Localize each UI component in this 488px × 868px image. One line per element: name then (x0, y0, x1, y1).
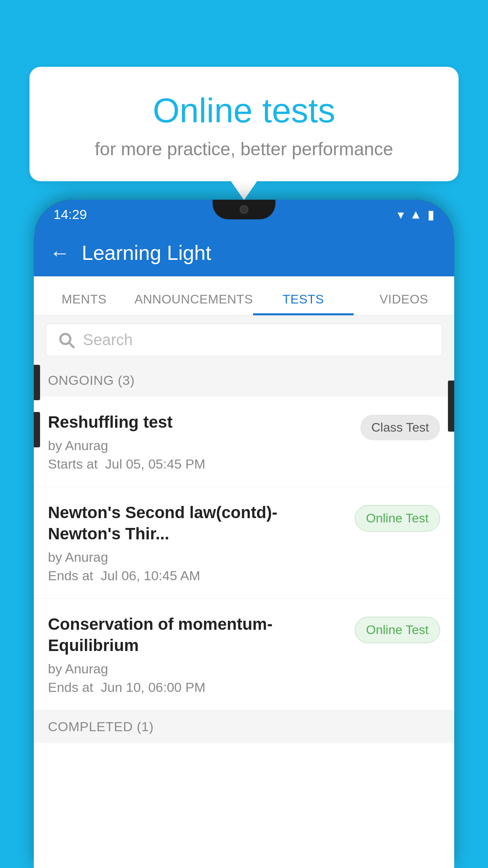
test-name-3: Conservation of momentum-Equilibrium (48, 614, 347, 657)
online-test-badge-2: Online Test (355, 505, 440, 531)
volume-up-button (34, 365, 40, 400)
search-placeholder: Search (83, 331, 133, 349)
test-date-2: Ends at Jul 06, 10:45 AM (48, 568, 347, 583)
notch (213, 200, 275, 219)
test-list: Reshuffling test by Anurag Starts at Jul… (34, 397, 454, 710)
app-header: ← Learning Light (34, 229, 454, 276)
phone-screen: ← Learning Light MENTS ANNOUNCEMENTS TES… (34, 229, 454, 868)
tab-videos[interactable]: VIDEOS (354, 292, 454, 315)
search-bar-container: Search (34, 316, 454, 364)
bubble-subtitle: for more practice, better performance (45, 138, 443, 160)
tab-tests[interactable]: TESTS (253, 292, 354, 315)
tabs-bar: MENTS ANNOUNCEMENTS TESTS VIDEOS (34, 276, 454, 316)
volume-down-button (34, 412, 40, 447)
wifi-icon: ▾ (398, 207, 404, 222)
status-bar: 14:29 ▾ ▲ ▮ (34, 200, 454, 229)
test-by-2: by Anurag (48, 550, 347, 565)
test-info-1: Reshuffling test by Anurag Starts at Jul… (48, 412, 352, 472)
ongoing-section-header: ONGOING (3) (34, 364, 454, 397)
bubble-title: Online tests (45, 90, 443, 131)
tab-announcements[interactable]: ANNOUNCEMENTS (134, 292, 253, 315)
status-icons: ▾ ▲ ▮ (398, 207, 435, 222)
status-time: 14:29 (53, 207, 87, 222)
ongoing-title: ONGOING (3) (48, 373, 135, 388)
list-item[interactable]: Newton's Second law(contd)-Newton's Thir… (34, 487, 454, 599)
camera-icon (240, 205, 248, 214)
test-date-3: Ends at Jun 10, 06:00 PM (48, 680, 347, 695)
search-icon (58, 331, 75, 349)
signal-icon: ▲ (409, 207, 422, 222)
list-item[interactable]: Conservation of momentum-Equilibrium by … (34, 599, 454, 710)
test-by-3: by Anurag (48, 661, 347, 677)
search-input-wrapper[interactable]: Search (46, 324, 442, 356)
battery-icon: ▮ (427, 207, 435, 222)
phone-frame: 14:29 ▾ ▲ ▮ ← Learning Light MENTS ANNOU… (34, 200, 454, 868)
test-date-1: Starts at Jul 05, 05:45 PM (48, 456, 352, 472)
test-name-2: Newton's Second law(contd)-Newton's Thir… (48, 502, 347, 545)
completed-section-header: COMPLETED (1) (34, 710, 454, 743)
test-by-1: by Anurag (48, 438, 352, 453)
svg-line-1 (69, 342, 73, 347)
completed-title: COMPLETED (1) (48, 719, 154, 734)
list-item[interactable]: Reshuffling test by Anurag Starts at Jul… (34, 397, 454, 487)
promo-bubble: Online tests for more practice, better p… (29, 67, 459, 181)
test-info-2: Newton's Second law(contd)-Newton's Thir… (48, 502, 347, 583)
online-test-badge-3: Online Test (355, 617, 440, 643)
test-name-1: Reshuffling test (48, 412, 352, 433)
power-button (448, 381, 454, 432)
tab-assignments[interactable]: MENTS (34, 292, 134, 315)
app-title: Learning Light (82, 241, 211, 265)
test-info-3: Conservation of momentum-Equilibrium by … (48, 614, 347, 695)
class-test-badge-1: Class Test (360, 415, 440, 440)
back-button[interactable]: ← (50, 241, 70, 265)
